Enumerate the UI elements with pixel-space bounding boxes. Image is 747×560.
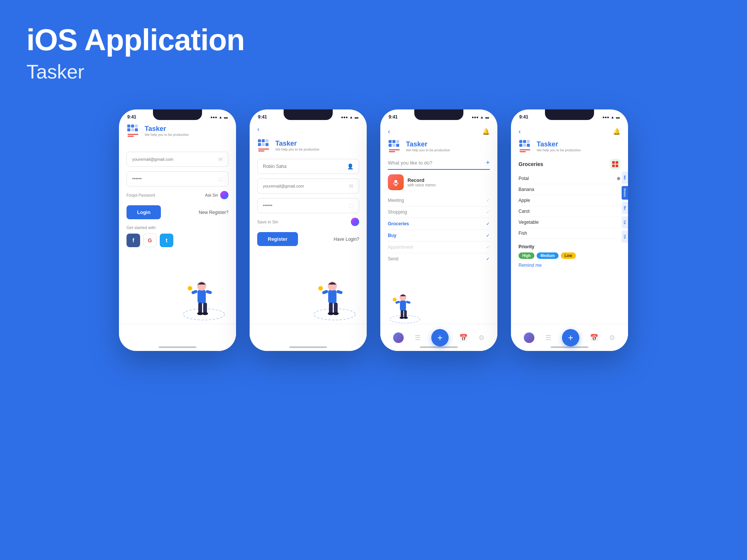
svg-rect-9 <box>198 290 206 303</box>
email-input[interactable] <box>132 157 209 162</box>
task-label-appointment: Appointment <box>388 245 413 250</box>
bell-icon-4[interactable]: 🔔 <box>613 128 620 135</box>
svg-rect-12 <box>205 290 212 294</box>
check-send: ✓ <box>486 256 490 262</box>
record-thumb <box>388 174 404 190</box>
svg-point-44 <box>394 180 397 183</box>
name-input[interactable] <box>263 164 340 169</box>
have-login-link[interactable]: Have Login? <box>334 237 359 242</box>
svg-rect-58 <box>523 140 526 143</box>
grocery-label-fish: Fish <box>519 231 527 236</box>
back-button-4[interactable]: ‹ <box>519 128 521 135</box>
grocery-label-potal: Potal <box>519 176 529 181</box>
add-task-button[interactable]: + <box>486 159 490 167</box>
grocery-label-vegetable: Vegetable <box>519 220 539 225</box>
status-time-2: 9:41 <box>258 114 267 120</box>
battery-icon: ▬ <box>224 115 228 119</box>
svg-rect-29 <box>322 290 329 295</box>
task-list: Meeting ✓ Shopping ✓ Groceries ✓ <box>388 195 490 264</box>
name-field-wrapper[interactable]: 👤 <box>257 159 359 174</box>
low-badge[interactable]: Low <box>561 252 576 259</box>
wifi-icon: ▲ <box>219 115 222 119</box>
status-time-1: 9:41 <box>127 114 136 120</box>
facebook-button[interactable]: f <box>127 234 140 247</box>
phone-3-inner: 9:41 ●●● ▲ ▬ ‹ 🔔 <box>380 109 497 351</box>
ask-siri-label[interactable]: Ask Siri <box>205 193 218 197</box>
svg-rect-62 <box>527 144 530 147</box>
nav-avatar-3[interactable] <box>393 332 404 343</box>
reg-password-field-wrapper[interactable]: ◌ <box>257 198 359 213</box>
svg-rect-20 <box>265 139 269 142</box>
app-name-3: Tasker <box>406 141 450 148</box>
remind-me-button[interactable]: Remind me <box>519 263 620 268</box>
task-item-shopping[interactable]: Shopping ✓ <box>388 207 490 217</box>
nav-list-icon-3[interactable]: ☰ <box>415 334 421 342</box>
app-logo-2 <box>257 138 272 153</box>
task-item-send[interactable]: Send ✓ <box>388 254 490 264</box>
page-header: iOS Application Tasker <box>0 0 747 98</box>
svg-rect-50 <box>395 301 400 304</box>
task-item-meeting[interactable]: Meeting ✓ <box>388 195 490 205</box>
twitter-button[interactable]: t <box>160 234 173 247</box>
svg-rect-66 <box>616 161 618 164</box>
password-input[interactable] <box>132 176 209 182</box>
nav-fab-3[interactable]: + <box>431 329 449 346</box>
wifi-icon-4: ▲ <box>611 115 614 119</box>
reg-password-input[interactable] <box>263 203 340 208</box>
phone-2-inner: 9:41 ●●● ▲ ▬ ‹ <box>250 109 367 351</box>
check-shopping: ✓ <box>486 209 490 215</box>
reg-email-field-wrapper[interactable]: ✉ <box>257 178 359 194</box>
app-tagline-4: We help you to be productive <box>537 148 580 152</box>
password-field-wrapper[interactable]: ◌ <box>127 171 228 186</box>
high-badge[interactable]: High <box>519 252 534 259</box>
signal-icon-4: ●●● <box>602 115 609 119</box>
login-button[interactable]: Login <box>127 205 161 219</box>
nav-settings-icon-4[interactable]: ⚙ <box>609 334 615 342</box>
eye-icon[interactable]: ◌ <box>218 176 223 182</box>
back-button-2[interactable]: ‹ <box>257 125 359 133</box>
nav-list-icon-4[interactable]: ☰ <box>545 334 551 342</box>
reg-eye-icon[interactable]: ◌ <box>349 203 353 209</box>
check-appointment: ✓ <box>486 245 490 250</box>
google-button[interactable]: G <box>143 234 157 247</box>
task-item-buy[interactable]: Buy ✓ <box>388 231 490 240</box>
status-time-4: 9:41 <box>519 114 528 120</box>
nav-calendar-icon-3[interactable]: 📅 <box>459 334 468 342</box>
home-indicator-4 <box>551 346 588 348</box>
home-indicator-3 <box>420 346 458 348</box>
add-potal-button[interactable]: ⊕ <box>617 176 620 181</box>
app-logo-3 <box>388 139 402 154</box>
app-name-1: Tasker <box>145 125 188 133</box>
app-title-area-3: Tasker We help you to be productive <box>406 141 450 152</box>
wifi-icon-3: ▲ <box>480 115 484 119</box>
svg-rect-61 <box>523 144 526 147</box>
notch-4 <box>545 109 594 120</box>
nav-calendar-icon-4[interactable]: 📅 <box>590 334 598 342</box>
nav-avatar-4[interactable] <box>524 332 534 343</box>
svg-point-31 <box>318 286 323 291</box>
status-icons-2: ●●● ▲ ▬ <box>341 115 358 119</box>
svg-rect-38 <box>396 140 399 143</box>
new-register-link[interactable]: New Register? <box>199 210 228 215</box>
bottom-nav-4: ☰ + 📅 ⚙ <box>511 324 628 351</box>
svg-rect-22 <box>262 143 265 146</box>
task-item-groceries[interactable]: Groceries ✓ <box>388 219 490 229</box>
person-icon: 👤 <box>347 163 353 169</box>
bell-icon-3[interactable]: 🔔 <box>482 128 490 135</box>
svg-rect-32 <box>329 303 333 313</box>
email-field-wrapper[interactable]: ✉ <box>127 152 228 167</box>
svg-point-13 <box>188 286 192 291</box>
register-button[interactable]: Register <box>257 232 298 246</box>
nav-fab-4[interactable]: + <box>562 329 579 346</box>
forgot-row: Forgot Password Ask Siri <box>127 191 228 199</box>
forgot-password-link[interactable]: Forgot Password <box>127 193 155 197</box>
medium-badge[interactable]: Medium <box>537 252 559 259</box>
side-label-ca: Ca <box>622 216 628 228</box>
reg-email-input[interactable] <box>263 184 340 188</box>
task-item-appointment[interactable]: Appointment ✓ <box>388 242 490 252</box>
back-button-3[interactable]: ‹ <box>388 128 390 135</box>
what-todo-row[interactable]: What you like to do? + <box>388 159 490 170</box>
nav-settings-icon-3[interactable]: ⚙ <box>478 334 485 342</box>
svg-rect-53 <box>401 310 403 318</box>
svg-rect-19 <box>262 139 265 142</box>
